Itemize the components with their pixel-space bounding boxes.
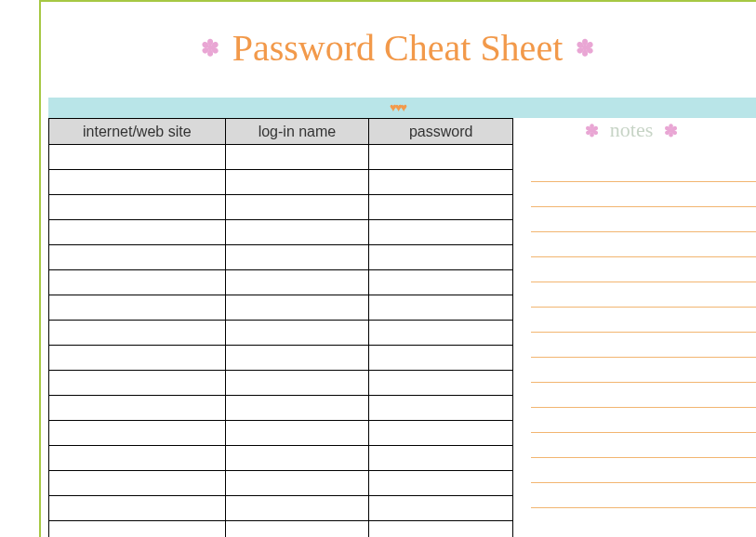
table-cell[interactable] [369, 245, 513, 270]
table-cell[interactable] [369, 446, 513, 471]
password-table-wrap: internet/web site log-in name password [48, 118, 513, 537]
table-cell[interactable] [369, 170, 513, 195]
table-cell[interactable] [225, 270, 369, 295]
note-line[interactable] [531, 458, 756, 483]
table-cell[interactable] [225, 446, 369, 471]
table-cell[interactable] [49, 270, 226, 295]
table-cell[interactable] [369, 371, 513, 396]
note-line[interactable] [531, 408, 756, 433]
table-cell[interactable] [49, 396, 226, 421]
note-line[interactable] [531, 333, 756, 358]
note-line[interactable] [531, 383, 756, 408]
table-cell[interactable] [49, 145, 226, 170]
table-cell[interactable] [369, 346, 513, 371]
table-cell[interactable] [225, 220, 369, 245]
table-cell[interactable] [369, 270, 513, 295]
table-cell[interactable] [225, 195, 369, 220]
table-cell[interactable] [369, 145, 513, 170]
table-cell[interactable] [225, 170, 369, 195]
col-header-login: log-in name [225, 119, 369, 145]
table-cell[interactable] [49, 220, 226, 245]
hearts-icon: ♥♥♥ [39, 98, 756, 118]
flower-icon: ✽ [576, 35, 594, 61]
table-row [49, 321, 513, 346]
table-cell[interactable] [369, 220, 513, 245]
table-cell[interactable] [49, 346, 226, 371]
flower-icon: ✽ [585, 122, 599, 140]
table-row [49, 496, 513, 521]
table-cell[interactable] [225, 321, 369, 346]
table-cell[interactable] [49, 170, 226, 195]
table-cell[interactable] [369, 396, 513, 421]
table-header-row: internet/web site log-in name password [49, 119, 513, 145]
table-cell[interactable] [369, 195, 513, 220]
table-cell[interactable] [49, 321, 226, 346]
notes-label: notes [610, 118, 653, 141]
table-cell[interactable] [225, 245, 369, 270]
flower-icon: ✽ [664, 122, 678, 140]
table-cell[interactable] [225, 421, 369, 446]
table-row [49, 346, 513, 371]
table-row [49, 145, 513, 170]
table-cell[interactable] [369, 295, 513, 321]
password-table: internet/web site log-in name password [48, 118, 513, 537]
table-cell[interactable] [369, 421, 513, 446]
page: ✽ Password Cheat Sheet ✽ ♥♥♥ internet/we… [0, 0, 756, 537]
col-header-site: internet/web site [49, 119, 226, 145]
flower-icon: ✽ [201, 35, 219, 61]
table-cell[interactable] [225, 371, 369, 396]
table-row [49, 471, 513, 496]
table-cell[interactable] [225, 496, 369, 521]
table-row [49, 521, 513, 538]
note-line[interactable] [531, 207, 756, 232]
col-header-password: password [369, 119, 513, 145]
notes-area: ✽ notes ✽ [525, 118, 756, 508]
title-row: ✽ Password Cheat Sheet ✽ [39, 26, 756, 70]
note-line[interactable] [531, 232, 756, 257]
notes-title: ✽ notes ✽ [525, 118, 756, 142]
table-row [49, 446, 513, 471]
note-line[interactable] [531, 257, 756, 282]
table-cell[interactable] [49, 295, 226, 321]
table-cell[interactable] [225, 145, 369, 170]
note-line[interactable] [531, 358, 756, 383]
note-line[interactable] [531, 308, 756, 333]
table-row [49, 195, 513, 220]
table-cell[interactable] [369, 496, 513, 521]
page-title: Password Cheat Sheet [232, 26, 564, 70]
table-row [49, 295, 513, 321]
note-line[interactable] [531, 282, 756, 308]
table-cell[interactable] [49, 496, 226, 521]
table-row [49, 371, 513, 396]
table-cell[interactable] [49, 471, 226, 496]
table-cell[interactable] [225, 471, 369, 496]
table-cell[interactable] [49, 371, 226, 396]
table-cell[interactable] [225, 396, 369, 421]
table-cell[interactable] [49, 446, 226, 471]
table-cell[interactable] [49, 421, 226, 446]
table-cell[interactable] [49, 195, 226, 220]
table-cell[interactable] [49, 521, 226, 538]
table-row [49, 270, 513, 295]
note-line[interactable] [531, 157, 756, 182]
table-cell[interactable] [369, 321, 513, 346]
table-row [49, 421, 513, 446]
table-cell[interactable] [369, 521, 513, 538]
table-cell[interactable] [225, 295, 369, 321]
table-cell[interactable] [225, 346, 369, 371]
table-cell[interactable] [369, 471, 513, 496]
note-line[interactable] [531, 433, 756, 458]
table-row [49, 170, 513, 195]
table-row [49, 245, 513, 270]
note-line[interactable] [531, 483, 756, 508]
table-cell[interactable] [225, 521, 369, 538]
table-cell[interactable] [49, 245, 226, 270]
table-row [49, 396, 513, 421]
table-row [49, 220, 513, 245]
note-line[interactable] [531, 182, 756, 207]
